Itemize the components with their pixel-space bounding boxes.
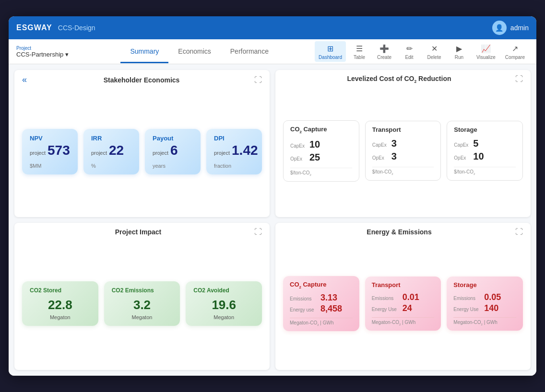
payout-label: Payout bbox=[153, 135, 193, 142]
irr-unit: % bbox=[91, 159, 131, 169]
stakeholder-economics-title: Stakeholder Economics bbox=[29, 76, 254, 84]
storage-cost-card: Storage CapEx 5 OpEx 10 $/ton-CO2 bbox=[447, 121, 523, 181]
run-label: Run bbox=[455, 55, 463, 60]
capture-opex-row: OpEx 25 bbox=[290, 152, 352, 163]
levelized-cost-panel: Levelized Cost of CO2 Reduction ⛶ CO2 Ca… bbox=[275, 70, 531, 217]
expand-icon-4[interactable]: ⛶ bbox=[515, 228, 523, 236]
levelized-cost-title: Levelized Cost of CO2 Reduction bbox=[283, 75, 515, 84]
dpi-unit: fraction bbox=[214, 159, 254, 169]
payout-value-row: project 6 bbox=[153, 144, 193, 157]
transport-emission-card: Transport Emissions 0.01 Energy Use 24 M… bbox=[365, 277, 441, 331]
energy-emissions-header: Energy & Emissions ⛶ bbox=[275, 223, 531, 239]
stakeholder-economics-header: « Stakeholder Economics ⛶ bbox=[14, 70, 270, 88]
capture-emissions-value: 3.13 bbox=[320, 293, 337, 303]
project-impact-body: CO2 Stored 22.8 Megaton CO2 Emissions 3.… bbox=[14, 239, 270, 370]
co2-stored-label: CO2 Stored bbox=[30, 287, 91, 294]
irr-value-row: project 22 bbox=[91, 144, 131, 157]
npv-value: 573 bbox=[47, 144, 70, 157]
transport-unit: $/ton-CO2 bbox=[372, 167, 434, 175]
co2-avoided-label: CO2 Avoided bbox=[193, 287, 254, 294]
expand-icon-2[interactable]: ⛶ bbox=[515, 75, 523, 83]
expand-icon-3[interactable]: ⛶ bbox=[254, 228, 262, 236]
chevron-down-icon: ▾ bbox=[65, 51, 69, 58]
dashboard-button[interactable]: ⊞ Dashboard bbox=[315, 41, 346, 62]
transport-capex-label: CapEx bbox=[372, 142, 390, 148]
dashboard-label: Dashboard bbox=[319, 55, 342, 60]
delete-button[interactable]: ✕ Delete bbox=[423, 41, 446, 62]
create-button[interactable]: ➕ Create bbox=[373, 41, 396, 62]
visualize-button[interactable]: 📈 Visualize bbox=[473, 41, 499, 62]
transport-energy-value: 24 bbox=[403, 303, 412, 313]
tab-summary[interactable]: Summary bbox=[120, 41, 168, 63]
co2-avoided-card: CO2 Avoided 19.6 Megaton bbox=[186, 281, 262, 326]
transport-opex-row: OpEx 3 bbox=[372, 151, 434, 162]
energy-emissions-title: Energy & Emissions bbox=[283, 228, 515, 236]
transport-emissions-value: 0.01 bbox=[403, 292, 419, 302]
compare-button[interactable]: ↗ Compare bbox=[501, 41, 529, 62]
edit-label: Edit bbox=[405, 55, 413, 60]
nav-tabs: Summary Economics Performance bbox=[84, 41, 315, 63]
storage-emissions-value: 0.05 bbox=[484, 292, 501, 302]
energy-emissions-body: CO2 Capture Emissions 3.13 Energy use 8,… bbox=[275, 239, 531, 370]
storage-emission-card: Storage Emissions 0.05 Energy Use 140 Me… bbox=[447, 277, 523, 331]
co2-stored-unit: Megaton bbox=[30, 314, 91, 320]
capture-energy-label: Energy use bbox=[290, 307, 319, 312]
storage-emission-title: Storage bbox=[453, 281, 516, 288]
transport-emission-unit: Megaton-CO2 | GWh bbox=[372, 317, 435, 326]
run-icon: ▶ bbox=[454, 43, 464, 54]
create-icon: ➕ bbox=[379, 43, 390, 54]
tab-economics[interactable]: Economics bbox=[168, 41, 220, 63]
npv-label: NPV bbox=[30, 135, 70, 142]
storage-opex-label: OpEx bbox=[454, 155, 471, 161]
co2-emissions-unit: Megaton bbox=[112, 314, 173, 320]
levelized-cost-body: CO2 Capture CapEx 10 OpEx 25 $/ton-CO2 T… bbox=[275, 87, 531, 217]
capture-emissions-row: Emissions 3.13 bbox=[290, 293, 353, 303]
capture-emissions-label: Emissions bbox=[290, 296, 319, 301]
transport-cost-card: Transport CapEx 3 OpEx 3 $/ton-CO2 bbox=[365, 121, 441, 181]
storage-cost-title: Storage bbox=[454, 126, 516, 133]
npv-card: NPV project 573 $MM bbox=[22, 129, 78, 174]
co2-emissions-card: CO2 Emissions 3.2 Megaton bbox=[104, 281, 180, 326]
project-section: Project CCS-Partnership ▾ bbox=[16, 46, 69, 58]
edit-button[interactable]: ✏ Edit bbox=[398, 41, 421, 62]
visualize-label: Visualize bbox=[476, 55, 496, 60]
payout-unit: years bbox=[153, 159, 193, 169]
dpi-prefix: project bbox=[214, 150, 230, 156]
storage-emissions-label: Emissions bbox=[453, 296, 482, 301]
table-button[interactable]: ☰ Table bbox=[348, 41, 371, 62]
transport-opex-value: 3 bbox=[391, 151, 397, 162]
collapse-icon[interactable]: « bbox=[22, 75, 27, 85]
transport-opex-label: OpEx bbox=[372, 155, 390, 161]
storage-capex-value: 5 bbox=[473, 138, 478, 149]
delete-icon: ✕ bbox=[429, 43, 439, 54]
tab-performance[interactable]: Performance bbox=[221, 41, 278, 63]
payout-card: Payout project 6 years bbox=[145, 129, 201, 174]
avatar: 👤 bbox=[492, 21, 507, 35]
co2-stored-value: 22.8 bbox=[30, 298, 91, 312]
expand-icon[interactable]: ⛶ bbox=[254, 76, 262, 84]
transport-cost-title: Transport bbox=[372, 126, 434, 133]
nav-bar: Project CCS-Partnership ▾ Summary Econom… bbox=[9, 39, 536, 64]
username: admin bbox=[510, 24, 529, 32]
irr-card: IRR project 22 % bbox=[83, 129, 139, 174]
capture-opex-value: 25 bbox=[309, 152, 320, 163]
capture-cost-title: CO2 Capture bbox=[290, 126, 352, 134]
top-bar: ESGWAY CCS-Design 👤 admin bbox=[9, 16, 536, 39]
dpi-card: DPI project 1.42 fraction bbox=[206, 129, 262, 174]
transport-emission-title: Transport bbox=[372, 281, 435, 288]
dashboard-icon: ⊞ bbox=[325, 43, 336, 54]
transport-emissions-row: Emissions 0.01 bbox=[372, 292, 435, 302]
capture-emission-title: CO2 Capture bbox=[290, 281, 353, 289]
edit-icon: ✏ bbox=[404, 43, 415, 54]
npv-prefix: project bbox=[30, 150, 46, 156]
run-button[interactable]: ▶ Run bbox=[448, 41, 471, 62]
co2-avoided-unit: Megaton bbox=[193, 314, 254, 320]
dpi-label: DPI bbox=[214, 135, 254, 142]
project-selector[interactable]: CCS-Partnership ▾ bbox=[16, 51, 69, 58]
project-name: CCS-Design bbox=[58, 24, 95, 32]
storage-opex-row: OpEx 10 bbox=[454, 151, 516, 162]
compare-icon: ↗ bbox=[509, 43, 520, 54]
stakeholder-economics-panel: « Stakeholder Economics ⛶ NPV project 57… bbox=[14, 70, 270, 217]
storage-unit: $/ton-CO2 bbox=[454, 167, 516, 175]
payout-prefix: project bbox=[153, 150, 168, 156]
